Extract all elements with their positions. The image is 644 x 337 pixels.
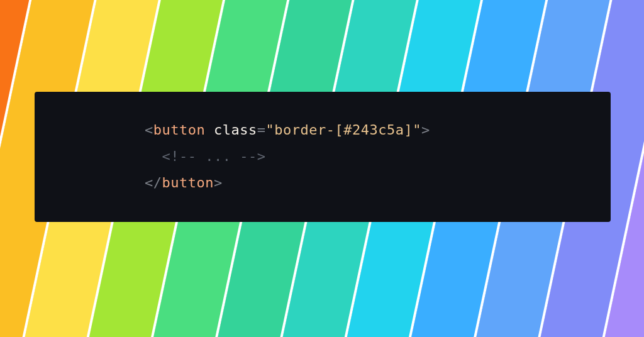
token-indent	[145, 148, 162, 164]
token-space	[205, 122, 214, 138]
token-bracket: >	[214, 175, 223, 191]
code-line-1: <button class="border-[#243c5a]">	[145, 117, 611, 143]
token-tag: button	[162, 175, 214, 191]
token-attr: class	[214, 122, 257, 138]
token-bracket: >	[421, 122, 430, 138]
token-equals: =	[257, 122, 266, 138]
token-comment-open: <!--	[162, 148, 197, 164]
code-block: <button class="border-[#243c5a]"> <!-- .…	[35, 92, 611, 222]
token-comment-close: -->	[240, 148, 265, 164]
code-line-2: <!-- ... -->	[145, 143, 611, 170]
token-bracket: <	[145, 122, 153, 138]
token-tag: button	[153, 122, 205, 138]
token-comment-content: ...	[196, 148, 240, 164]
token-bracket: </	[145, 175, 162, 191]
code-line-3: </button>	[145, 170, 611, 196]
token-string: "border-[#243c5a]"	[265, 122, 421, 138]
